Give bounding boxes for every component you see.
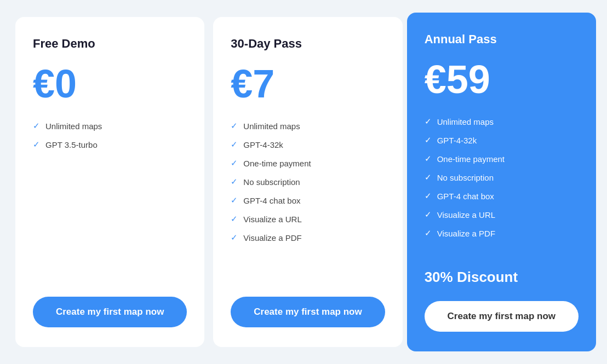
features-list-30-day-pass: ✓Unlimited maps✓GPT-4-32k✓One-time payme… [231,121,385,251]
feature-text: One-time payment [243,159,311,168]
feature-item: ✓No subscription [231,177,385,187]
check-icon: ✓ [425,210,432,219]
feature-item: ✓One-time payment [231,158,385,168]
pricing-card-annual-pass: Annual Pass€59✓Unlimited maps✓GPT-4-32k✓… [407,13,596,351]
plan-price-annual-pass: €59 [425,60,579,99]
feature-item: ✓Visualize a PDF [425,228,579,238]
feature-item: ✓Unlimited maps [425,117,579,126]
feature-item: ✓One-time payment [425,154,579,164]
plan-price-30-day-pass: €7 [231,64,385,103]
feature-text: GPT-4-32k [437,136,477,145]
features-list-annual-pass: ✓Unlimited maps✓GPT-4-32k✓One-time payme… [425,117,579,247]
feature-text: One-time payment [437,154,505,164]
cta-button-annual-pass[interactable]: Create my first map now [425,301,579,332]
check-icon: ✓ [33,121,40,131]
feature-item: ✓Visualize a URL [231,214,385,224]
feature-text: GPT-4-32k [243,140,283,149]
pricing-card-free-demo: Free Demo€0✓Unlimited maps✓GPT 3.5-turbo… [15,17,204,347]
feature-text: No subscription [243,177,300,187]
check-icon: ✓ [425,172,432,182]
feature-item: ✓GPT-4 chat box [425,191,579,201]
feature-item: ✓No subscription [425,172,579,182]
feature-text: Unlimited maps [243,122,300,131]
feature-item: ✓GPT 3.5-turbo [33,140,187,149]
feature-text: GPT-4 chat box [243,196,300,205]
check-icon: ✓ [425,191,432,201]
feature-text: Unlimited maps [437,117,494,126]
cta-button-free-demo[interactable]: Create my first map now [33,297,187,327]
feature-text: Visualize a PDF [437,229,495,238]
cta-button-30-day-pass[interactable]: Create my first map now [231,297,385,327]
check-icon: ✓ [425,135,432,145]
feature-text: GPT-4 chat box [437,192,494,201]
plan-title-annual-pass: Annual Pass [425,32,579,47]
discount-label-annual-pass: 30% Discount [425,269,579,286]
check-icon: ✓ [231,177,238,187]
feature-item: ✓GPT-4 chat box [231,195,385,205]
check-icon: ✓ [425,117,432,126]
check-icon: ✓ [231,233,238,242]
check-icon: ✓ [33,140,40,149]
check-icon: ✓ [231,195,238,205]
feature-text: No subscription [437,173,494,182]
feature-item: ✓Visualize a URL [425,210,579,219]
check-icon: ✓ [425,228,432,238]
plan-title-30-day-pass: 30-Day Pass [231,37,385,51]
feature-item: ✓Visualize a PDF [231,233,385,242]
check-icon: ✓ [425,154,432,164]
feature-text: Unlimited maps [45,122,102,131]
features-list-free-demo: ✓Unlimited maps✓GPT 3.5-turbo [33,121,187,198]
plan-title-free-demo: Free Demo [33,37,187,51]
pricing-container: Free Demo€0✓Unlimited maps✓GPT 3.5-turbo… [11,13,596,351]
feature-item: ✓GPT-4-32k [231,140,385,149]
feature-text: Visualize a URL [243,215,301,224]
feature-item: ✓GPT-4-32k [425,135,579,145]
feature-text: Visualize a PDF [243,233,301,242]
check-icon: ✓ [231,214,238,224]
check-icon: ✓ [231,121,238,131]
feature-text: GPT 3.5-turbo [45,140,98,149]
feature-item: ✓Unlimited maps [231,121,385,131]
pricing-card-30-day-pass: 30-Day Pass€7✓Unlimited maps✓GPT-4-32k✓O… [213,17,402,347]
check-icon: ✓ [231,140,238,149]
check-icon: ✓ [231,158,238,168]
feature-text: Visualize a URL [437,210,495,219]
feature-item: ✓Unlimited maps [33,121,187,131]
plan-price-free-demo: €0 [33,64,187,103]
